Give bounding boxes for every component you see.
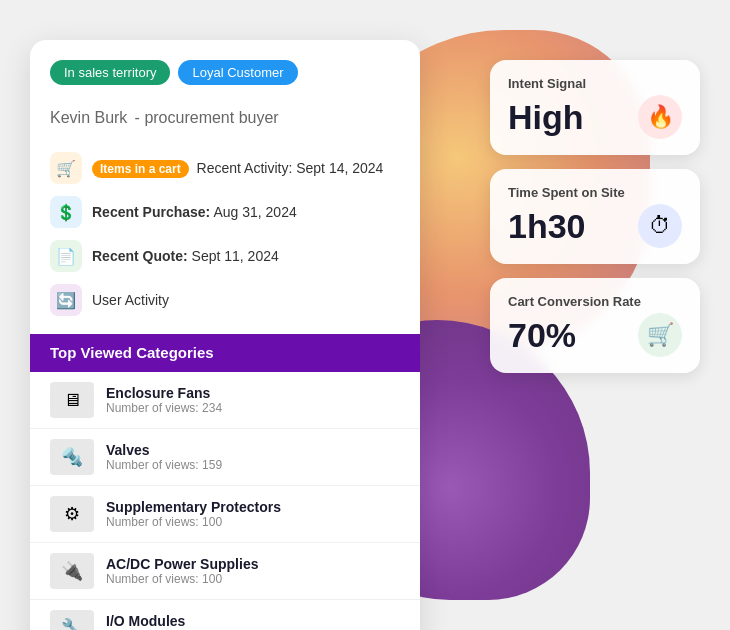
category-info-2: Supplementary Protectors Number of views… (106, 499, 281, 529)
activity-item-cart: 🛒 Items in a cart Recent Activity: Sept … (50, 146, 400, 190)
customer-name: Kevin Burk - procurement buyer (50, 99, 400, 130)
metric-value-intent: High (508, 98, 584, 137)
main-card: In sales territory Loyal Customer Kevin … (30, 40, 420, 630)
list-item: ⚙ Supplementary Protectors Number of vie… (30, 486, 420, 543)
category-name-2: Supplementary Protectors (106, 499, 281, 515)
quote-date: Sept 11, 2024 (192, 248, 279, 264)
category-info-0: Enclosure Fans Number of views: 234 (106, 385, 222, 415)
category-thumb-0: 🖥 (50, 382, 94, 418)
metric-label-time: Time Spent on Site (508, 185, 682, 200)
metric-row-time: 1h30 ⏱ (508, 204, 682, 248)
activity-cart-date: Recent Activity: Sept 14, 2024 (197, 160, 384, 176)
category-views-1: Number of views: 159 (106, 458, 222, 472)
category-thumb-2: ⚙ (50, 496, 94, 532)
customer-role: - procurement buyer (135, 109, 279, 126)
quote-icon: 📄 (50, 240, 82, 272)
activity-item-user: 🔄 User Activity (50, 278, 400, 322)
card-top: In sales territory Loyal Customer Kevin … (30, 40, 420, 334)
category-views-0: Number of views: 234 (106, 401, 222, 415)
category-thumb-3: 🔌 (50, 553, 94, 589)
metric-card-conversion: Cart Conversion Rate 70% 🛒 (490, 278, 700, 373)
timer-icon: ⏱ (638, 204, 682, 248)
fire-icon: 🔥 (638, 95, 682, 139)
category-name-0: Enclosure Fans (106, 385, 222, 401)
activity-item-purchase: 💲 Recent Purchase: Aug 31, 2024 (50, 190, 400, 234)
cart-icon: 🛒 (50, 152, 82, 184)
metric-label-conversion: Cart Conversion Rate (508, 294, 682, 309)
category-thumb-4: 🔧 (50, 610, 94, 630)
category-name-4: I/O Modules (106, 613, 222, 629)
category-info-4: I/O Modules Number of views: 100 (106, 613, 222, 630)
activity-item-quote: 📄 Recent Quote: Sept 11, 2024 (50, 234, 400, 278)
list-item: 🖥 Enclosure Fans Number of views: 234 (30, 372, 420, 429)
badge-loyal-customer: Loyal Customer (178, 60, 297, 85)
category-list: 🖥 Enclosure Fans Number of views: 234 🔩 … (30, 372, 420, 630)
badges-container: In sales territory Loyal Customer (50, 60, 400, 85)
categories-header: Top Viewed Categories (30, 334, 420, 372)
list-item: 🔌 AC/DC Power Supplies Number of views: … (30, 543, 420, 600)
category-name-1: Valves (106, 442, 222, 458)
category-thumb-1: 🔩 (50, 439, 94, 475)
purchase-date: Aug 31, 2024 (213, 204, 296, 220)
metric-value-time: 1h30 (508, 207, 586, 246)
activity-list: 🛒 Items in a cart Recent Activity: Sept … (50, 146, 400, 334)
metric-row-intent: High 🔥 (508, 95, 682, 139)
activity-cart-text: Items in a cart Recent Activity: Sept 14… (92, 160, 383, 176)
metric-value-conversion: 70% (508, 316, 576, 355)
metric-row-conversion: 70% 🛒 (508, 313, 682, 357)
user-activity-icon: 🔄 (50, 284, 82, 316)
category-name-3: AC/DC Power Supplies (106, 556, 258, 572)
badge-sales-territory: In sales territory (50, 60, 170, 85)
activity-quote-text: Recent Quote: Sept 11, 2024 (92, 248, 279, 264)
list-item: 🔩 Valves Number of views: 159 (30, 429, 420, 486)
category-views-3: Number of views: 100 (106, 572, 258, 586)
category-views-2: Number of views: 100 (106, 515, 281, 529)
metric-card-time: Time Spent on Site 1h30 ⏱ (490, 169, 700, 264)
metric-label-intent: Intent Signal (508, 76, 682, 91)
user-activity-label: User Activity (92, 292, 169, 308)
list-item: 🔧 I/O Modules Number of views: 100 (30, 600, 420, 630)
activity-purchase-text: Recent Purchase: Aug 31, 2024 (92, 204, 297, 220)
cart-badge: Items in a cart (92, 160, 189, 178)
categories-title: Top Viewed Categories (50, 344, 214, 361)
category-info-1: Valves Number of views: 159 (106, 442, 222, 472)
cart-conversion-icon: 🛒 (638, 313, 682, 357)
category-info-3: AC/DC Power Supplies Number of views: 10… (106, 556, 258, 586)
purchase-icon: 💲 (50, 196, 82, 228)
metric-cards: Intent Signal High 🔥 Time Spent on Site … (490, 60, 700, 373)
metric-card-intent: Intent Signal High 🔥 (490, 60, 700, 155)
